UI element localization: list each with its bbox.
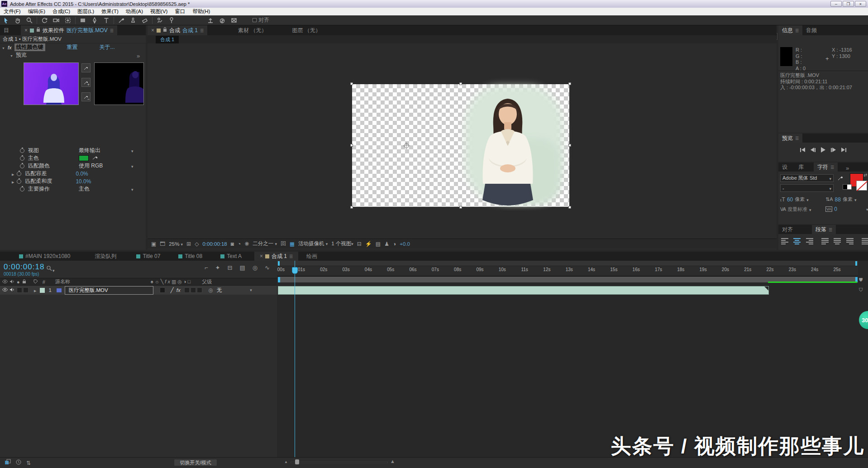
dropdown-icon[interactable] bbox=[131, 163, 134, 169]
tab-layer[interactable]: 图层 （无） bbox=[288, 25, 324, 35]
layer-row-1[interactable]: 1 医疗完整版.MOV ╱ fx ◎ 无 bbox=[0, 286, 277, 295]
tab-main-comp[interactable]: #MAIN 1920x1080 bbox=[14, 252, 76, 261]
key-color-swatch[interactable] bbox=[79, 155, 89, 161]
parent-column[interactable]: 父级 bbox=[202, 278, 212, 285]
view-dropdown[interactable]: 最终输出 bbox=[79, 147, 100, 154]
channel-icon[interactable]: ❋ bbox=[244, 241, 249, 247]
graph-editor-icon[interactable]: ∿ bbox=[265, 264, 270, 271]
camera-tool[interactable] bbox=[50, 16, 62, 25]
align-left-button[interactable] bbox=[779, 237, 790, 246]
zoom-out-mountain-icon[interactable]: ▲ bbox=[284, 460, 288, 464]
align-center-button[interactable] bbox=[792, 237, 802, 246]
primary-viewer-icon[interactable]: 🗔 bbox=[160, 241, 165, 247]
layer-lock-box[interactable] bbox=[23, 287, 29, 293]
layer-video-icon[interactable] bbox=[2, 287, 8, 293]
tracking-control[interactable]: VA 0 bbox=[825, 206, 868, 212]
camera-dropdown[interactable]: 活动摄像机 bbox=[298, 240, 328, 247]
timeline-nav-strip[interactable] bbox=[277, 261, 858, 266]
motion-blur-icon[interactable]: ◎ bbox=[253, 264, 258, 271]
viewer-comp-tab[interactable]: 合成 1 bbox=[156, 36, 179, 43]
dropdown-icon[interactable] bbox=[131, 186, 134, 192]
type-tool[interactable] bbox=[100, 16, 112, 25]
nav-start-handle[interactable] bbox=[278, 261, 280, 266]
tab-title08[interactable]: Title 08 bbox=[173, 252, 208, 261]
pen-tool[interactable] bbox=[89, 16, 100, 25]
justify-last-left-button[interactable] bbox=[820, 237, 830, 246]
axis-mode-view[interactable] bbox=[228, 16, 240, 25]
tab-character[interactable]: 字符 bbox=[814, 162, 838, 172]
close-button[interactable]: × bbox=[855, 1, 866, 7]
transparency-grid-icon[interactable]: ▦ bbox=[290, 241, 295, 247]
tab-preview[interactable]: 预览 bbox=[778, 134, 802, 143]
always-preview-icon[interactable]: ▣ bbox=[151, 241, 156, 247]
stopwatch-icon[interactable] bbox=[20, 148, 24, 153]
selection-tool[interactable] bbox=[0, 16, 12, 25]
tab-effect-controls[interactable]: 效果控件 医疗完整版.MOV bbox=[21, 25, 117, 35]
key-eyedropper-button[interactable] bbox=[81, 63, 91, 72]
grid-options-icon[interactable]: ⊞ bbox=[186, 241, 191, 247]
transform-handle[interactable] bbox=[568, 144, 571, 147]
about-effect-link[interactable]: 关于... bbox=[100, 43, 115, 51]
menu-item[interactable]: 视图(V) bbox=[147, 8, 171, 15]
justify-last-center-button[interactable] bbox=[832, 237, 843, 246]
transform-handle[interactable] bbox=[350, 82, 353, 85]
tab-render-queue[interactable]: 渲染队列 bbox=[89, 252, 122, 261]
remove-eyedropper-button[interactable]: − bbox=[81, 92, 91, 101]
playhead-handle[interactable] bbox=[292, 267, 298, 274]
param-row-tolerance[interactable]: 匹配容差 0.0% bbox=[0, 170, 146, 177]
rotate-tool[interactable] bbox=[38, 16, 50, 25]
brush-tool[interactable] bbox=[115, 16, 127, 25]
parent-pickwhip-icon[interactable]: ◎ bbox=[209, 287, 213, 293]
font-size-control[interactable]: ₜT 60像素 bbox=[780, 196, 809, 203]
flowchart-icon[interactable]: ♟ bbox=[384, 241, 389, 247]
composition-image[interactable] bbox=[352, 84, 569, 207]
close-tab-icon[interactable] bbox=[151, 27, 154, 33]
work-area-start[interactable] bbox=[278, 277, 280, 282]
timeline-zoom-slider[interactable] bbox=[291, 462, 388, 463]
layer-label-chip[interactable] bbox=[40, 288, 45, 293]
layer-switch-box[interactable] bbox=[191, 287, 196, 293]
panel-menu-icon[interactable] bbox=[110, 27, 114, 33]
layer-shy-box[interactable] bbox=[160, 287, 165, 293]
stroke-color-swatch[interactable] bbox=[856, 181, 867, 191]
puppet-pin-tool[interactable] bbox=[166, 16, 177, 25]
transform-handle[interactable] bbox=[350, 206, 353, 209]
play-button[interactable] bbox=[821, 147, 825, 153]
playhead-line[interactable] bbox=[295, 261, 295, 457]
first-frame-button[interactable] bbox=[800, 148, 805, 152]
zoom-slider-thumb[interactable] bbox=[295, 459, 299, 464]
layer-duration-bar[interactable] bbox=[278, 286, 769, 295]
zoom-in-mountain-icon[interactable]: ▲ bbox=[390, 458, 395, 464]
param-row-softness[interactable]: 匹配柔和度 10.0% bbox=[0, 177, 146, 185]
eraser-tool[interactable] bbox=[139, 16, 151, 25]
menu-item[interactable]: 文件(F) bbox=[0, 8, 24, 15]
layer-quality-icon[interactable]: ╱ bbox=[171, 287, 174, 293]
character-eyedropper-icon[interactable] bbox=[837, 175, 844, 182]
resolution-dropdown[interactable]: 二分之一 bbox=[253, 240, 277, 247]
tab-info[interactable]: 信息 bbox=[778, 25, 802, 35]
exposure-value[interactable]: +0.0 bbox=[400, 241, 410, 247]
tab-texta[interactable]: Text A bbox=[215, 252, 247, 261]
menu-item[interactable]: 合成(C) bbox=[49, 8, 74, 15]
align-right-button[interactable] bbox=[804, 237, 815, 246]
softness-value[interactable]: 10.0% bbox=[76, 178, 91, 185]
font-family-select[interactable]: Adobe 黑体 Std bbox=[780, 174, 834, 182]
tab-title07[interactable]: Title 07 bbox=[131, 252, 166, 261]
show-snapshot-icon[interactable]: ◔ bbox=[238, 241, 241, 247]
add-eyedropper-button[interactable]: + bbox=[81, 78, 91, 87]
title-bar[interactable]: Ae Adobe After Effects CC 2015 - C:\User… bbox=[0, 0, 868, 8]
exposure-reset-icon[interactable]: ◑ bbox=[393, 241, 396, 247]
panel-menu-icon[interactable] bbox=[200, 27, 204, 33]
layer-expand-icon[interactable] bbox=[34, 287, 36, 293]
view-layout-dropdown[interactable]: 1 个视图 bbox=[331, 240, 353, 247]
close-tab-icon[interactable] bbox=[24, 27, 28, 33]
menu-item[interactable]: 窗口 bbox=[171, 8, 189, 15]
pan-behind-tool[interactable] bbox=[62, 16, 74, 25]
layer-switch-box[interactable] bbox=[184, 287, 190, 293]
expand-icon[interactable] bbox=[12, 171, 14, 177]
next-frame-button[interactable] bbox=[831, 148, 836, 152]
nav-end-handle[interactable] bbox=[855, 261, 857, 266]
render-order-icon[interactable] bbox=[5, 459, 11, 467]
param-row-key-color[interactable]: 主色 bbox=[0, 154, 146, 162]
transform-handle[interactable] bbox=[568, 82, 571, 85]
